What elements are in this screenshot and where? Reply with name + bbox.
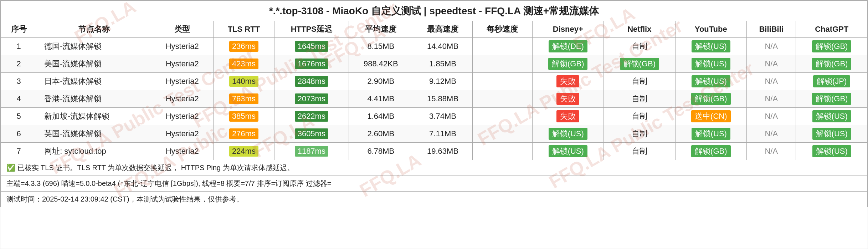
cell-netflix: 解锁(GB) [604,55,676,73]
status-badge: 失败 [556,93,579,105]
cell-index: 7 [1,143,37,160]
cell-chatgpt: 解锁(US) [796,125,868,143]
cell-https-delay: 1187ms [274,143,349,160]
status-badge: 自制 [632,112,647,121]
cell-avg-speed: 6.78MB [349,143,413,160]
status-badge: 解锁(US) [692,75,730,87]
footer-row-1: ✅ 已核实 TLS 证书。TLS RTT 为单次数据交换延迟， HTTPS Pi… [1,160,868,176]
cell-name: 美国-流媒体解锁 [37,55,151,73]
cell-per-sec [473,90,532,108]
cell-chatgpt: 解锁(GB) [796,90,868,108]
cell-per-sec [473,73,532,90]
cell-name: 日本-流媒体解锁 [37,73,151,90]
cell-max-speed: 14.40MB [413,38,472,55]
cell-bilibili: N/A [747,143,796,160]
cell-youtube: 解锁(GB) [675,143,747,160]
cell-https-delay: 3605ms [274,125,349,143]
cell-bilibili: N/A [747,90,796,108]
cell-name: 网址: sytcloud.top [37,143,151,160]
cell-youtube: 解锁(GB) [675,90,747,108]
cell-https-delay: 2848ms [274,73,349,90]
table-footer: ✅ 已核实 TLS 证书。TLS RTT 为单次数据交换延迟， HTTPS Pi… [1,160,868,207]
col-avg-speed: 平均速度 [349,21,413,38]
cell-chatgpt: 解锁(GB) [796,55,868,73]
cell-bilibili: N/A [747,125,796,143]
footer-text-1: ✅ 已核实 TLS 证书。TLS RTT 为单次数据交换延迟， HTTPS Pi… [1,160,868,176]
status-badge: N/A [765,59,778,68]
status-badge: 解锁(GB) [812,93,851,105]
cell-avg-speed: 2.60MB [349,125,413,143]
cell-avg-speed: 8.15MB [349,38,413,55]
cell-youtube: 解锁(US) [675,55,747,73]
cell-type: Hysteria2 [151,125,214,143]
cell-netflix: 自制 [604,108,676,125]
col-per-sec: 每秒速度 [473,21,532,38]
cell-avg-speed: 4.41MB [349,90,413,108]
col-disney: Disney+ [532,21,604,38]
cell-disney: 解锁(US) [532,143,604,160]
cell-per-sec [473,143,532,160]
cell-bilibili: N/A [747,38,796,55]
cell-type: Hysteria2 [151,90,214,108]
cell-disney: 解锁(DE) [532,38,604,55]
cell-avg-speed: 1.64MB [349,108,413,125]
cell-index: 6 [1,125,37,143]
col-chatgpt: ChatGPT [796,21,868,38]
cell-disney: 失败 [532,90,604,108]
cell-type: Hysteria2 [151,143,214,160]
footer-text-3: 测试时间：2025-02-14 23:09:42 (CST)，本测试为试验性结果… [1,192,868,207]
status-badge: 自制 [632,77,647,86]
table-row: 3 日本-流媒体解锁 Hysteria2 140ms 2848ms 2.90MB… [1,73,868,90]
status-badge: 解锁(GB) [691,145,730,157]
header-row: 序号 节点名称 类型 TLS RTT HTTPS延迟 平均速度 最高速度 每秒速… [1,21,868,38]
cell-max-speed: 15.88MB [413,90,472,108]
footer-row-3: 测试时间：2025-02-14 23:09:42 (CST)，本测试为试验性结果… [1,192,868,207]
cell-tls-rtt: 385ms [213,108,274,125]
status-badge: 自制 [632,147,647,156]
cell-per-sec [473,108,532,125]
cell-name: 新加坡-流媒体解锁 [37,108,151,125]
status-badge: 自制 [632,94,647,103]
status-badge: N/A [765,42,778,51]
cell-disney: 失败 [532,108,604,125]
cell-disney: 解锁(US) [532,125,604,143]
status-badge: 解锁(US) [812,128,851,140]
cell-https-delay: 1676ms [274,55,349,73]
table-row: 1 德国-流媒体解锁 Hysteria2 236ms 1645ms 8.15MB… [1,38,868,55]
status-badge: 解锁(GB) [812,40,851,52]
cell-youtube: 解锁(US) [675,73,747,90]
footer-text-2: 主端=4.3.3 (696) 喵速=5.0.0-beta4 (↑东北-辽宁电信 … [1,176,868,192]
status-badge: 解锁(GB) [691,93,730,105]
status-badge: 解锁(US) [549,128,587,140]
cell-index: 2 [1,55,37,73]
cell-chatgpt: 解锁(US) [796,108,868,125]
status-badge: 解锁(US) [812,110,851,122]
cell-disney: 失败 [532,73,604,90]
main-container: FFQ.LA FFQ.LA Public Test Center FFQ.LA … [0,0,868,249]
col-max-speed: 最高速度 [413,21,472,38]
cell-tls-rtt: 140ms [213,73,274,90]
table-row: 4 香港-流媒体解锁 Hysteria2 763ms 2073ms 4.41MB… [1,90,868,108]
cell-tls-rtt: 224ms [213,143,274,160]
status-badge: 解锁(GB) [620,58,659,70]
page-title: *.*.top-3108 - MiaoKo 自定义测试 | speedtest … [1,1,868,21]
cell-netflix: 自制 [604,125,676,143]
cell-max-speed: 1.85MB [413,55,472,73]
cell-tls-rtt: 423ms [213,55,274,73]
status-badge: 解锁(GB) [812,58,851,70]
cell-per-sec [473,38,532,55]
cell-chatgpt: 解锁(GB) [796,38,868,55]
cell-max-speed: 3.74MB [413,108,472,125]
cell-name: 德国-流媒体解锁 [37,38,151,55]
cell-netflix: 自制 [604,90,676,108]
cell-index: 3 [1,73,37,90]
cell-netflix: 自制 [604,143,676,160]
col-index: 序号 [1,21,37,38]
status-badge: 失败 [556,110,579,122]
col-name: 节点名称 [37,21,151,38]
footer-row-2: 主端=4.3.3 (696) 喵速=5.0.0-beta4 (↑东北-辽宁电信 … [1,176,868,192]
title-row: *.*.top-3108 - MiaoKo 自定义测试 | speedtest … [1,1,868,21]
status-badge: N/A [765,112,778,121]
cell-youtube: 解锁(US) [675,125,747,143]
cell-type: Hysteria2 [151,38,214,55]
